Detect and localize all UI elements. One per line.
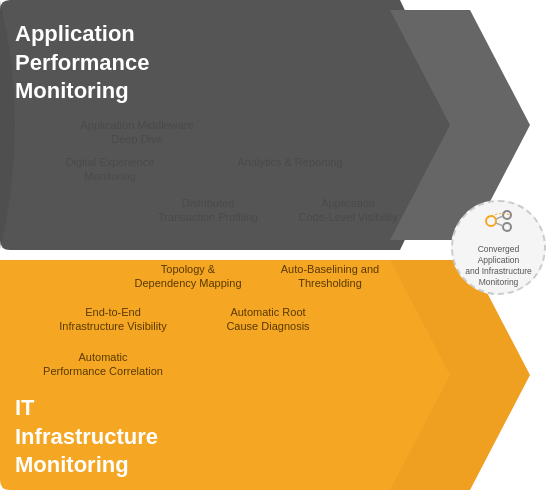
svg-line-6: [496, 223, 503, 226]
auto-baselining-label: Auto-Baselining andThresholding: [265, 262, 395, 291]
svg-point-4: [503, 223, 511, 231]
top-title: Application Performance Monitoring: [15, 20, 175, 106]
converged-monitoring-badge: Converged Application and Infrastructure…: [451, 200, 546, 295]
circle-badge-text: Converged Application and Infrastructure…: [453, 244, 544, 288]
svg-point-3: [503, 211, 511, 219]
end-to-end-label: End-to-EndInfrastructure Visibility: [48, 305, 178, 334]
automatic-root-cause-label: Automatic RootCause Diagnosis: [208, 305, 328, 334]
main-container: Application Performance Monitoring Appli…: [0, 0, 558, 500]
analytics-reporting-label: Analytics & Reporting: [220, 155, 360, 169]
automatic-perf-corr-label: AutomaticPerformance Correlation: [38, 350, 168, 379]
digital-experience-label: Digital ExperienceMonitoring: [50, 155, 170, 184]
app-code-level-label: ApplicationCode-Level Visibility: [288, 196, 408, 225]
topology-dependency-label: Topology &Dependency Mapping: [128, 262, 248, 291]
bottom-title: IT Infrastructure Monitoring: [15, 394, 175, 480]
svg-point-2: [486, 216, 496, 226]
distributed-transaction-label: DistributedTransaction Profiling: [148, 196, 268, 225]
svg-line-5: [496, 216, 503, 219]
converged-icon: [483, 207, 515, 241]
app-middleware-label: Application Middleware Deep Dive: [72, 118, 202, 147]
